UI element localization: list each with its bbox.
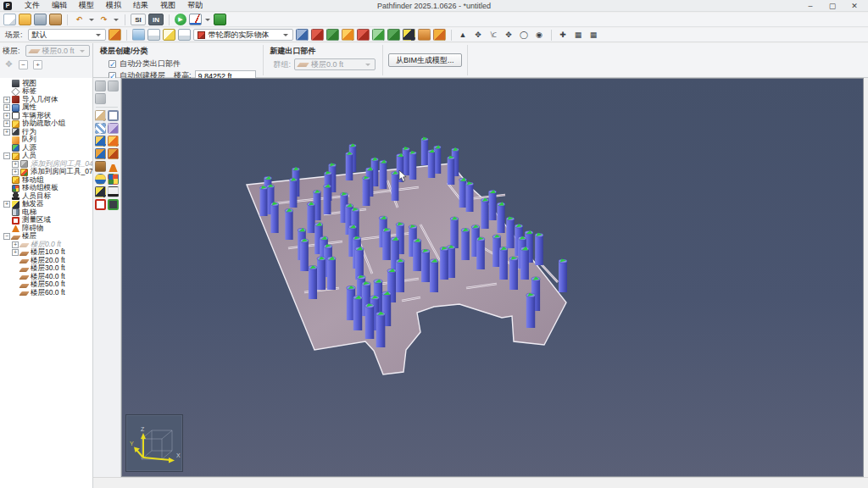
export-image-icon[interactable] bbox=[418, 29, 431, 41]
occupant-cylinder[interactable] bbox=[270, 202, 278, 233]
tree-item[interactable]: 队列 bbox=[0, 136, 92, 145]
texture-icon[interactable] bbox=[342, 29, 354, 41]
undo-icon[interactable]: ↶ bbox=[73, 14, 86, 25]
geometry-tool-icon[interactable] bbox=[95, 161, 106, 172]
occupant-cylinder[interactable] bbox=[481, 198, 488, 229]
occupant-tool-icon[interactable] bbox=[95, 174, 106, 185]
results-viewer-icon[interactable] bbox=[214, 14, 226, 25]
background-image-icon[interactable] bbox=[326, 29, 339, 41]
occupant-cylinder[interactable] bbox=[260, 186, 268, 216]
occupant-cylinder[interactable] bbox=[440, 247, 448, 280]
occupant-cylinder[interactable] bbox=[459, 178, 467, 208]
expander-icon[interactable]: + bbox=[3, 120, 10, 127]
occupant-display-icon[interactable] bbox=[357, 29, 370, 41]
target-tool-icon[interactable] bbox=[108, 186, 119, 197]
occupant-cylinder[interactable] bbox=[461, 228, 470, 260]
chevron-down-icon[interactable] bbox=[89, 19, 94, 21]
expander-icon[interactable]: + bbox=[12, 241, 19, 248]
marker-icon[interactable] bbox=[403, 29, 415, 41]
orbit-tool-icon[interactable] bbox=[95, 93, 106, 104]
capture-icon[interactable] bbox=[387, 29, 400, 41]
pan-view-icon[interactable]: ✥ bbox=[472, 29, 485, 41]
wall-tool-icon[interactable] bbox=[95, 110, 106, 121]
expander-icon[interactable]: + bbox=[12, 161, 19, 168]
expander-icon[interactable]: + bbox=[3, 104, 10, 111]
tree-item[interactable]: +触发器 bbox=[0, 201, 92, 209]
move-tree-icon[interactable]: ✥ bbox=[4, 60, 14, 69]
grid-snap-icon[interactable]: ▦ bbox=[587, 29, 600, 41]
room-tool-icon[interactable] bbox=[108, 110, 119, 121]
tree-item[interactable]: +添加到房间工具_07 bbox=[0, 169, 92, 177]
render-mode-select[interactable]: 带轮廓的实际物体 bbox=[193, 29, 293, 41]
occupant-cylinder[interactable] bbox=[363, 176, 370, 206]
occupant-cylinder[interactable] bbox=[365, 303, 375, 339]
occupant-cylinder[interactable] bbox=[476, 237, 485, 269]
minimize-button[interactable]: – bbox=[805, 2, 815, 10]
occupant-cylinder[interactable] bbox=[535, 233, 543, 265]
occupant-cylinder[interactable] bbox=[430, 259, 438, 292]
occupant-cylinder[interactable] bbox=[520, 247, 529, 280]
expander-icon[interactable]: − bbox=[3, 233, 10, 240]
rotate-tool-icon[interactable] bbox=[108, 80, 119, 92]
occupant-cylinder[interactable] bbox=[488, 190, 496, 220]
select-cursor-icon[interactable]: ▲ bbox=[457, 29, 470, 41]
occupant-cylinder[interactable] bbox=[309, 265, 317, 299]
occupant-cylinder[interactable] bbox=[466, 181, 474, 212]
zoom-box-icon[interactable]: ◉ bbox=[533, 29, 546, 41]
close-button[interactable]: ✕ bbox=[849, 2, 860, 10]
scene-select[interactable]: 默认 bbox=[28, 29, 106, 41]
import-icon[interactable] bbox=[49, 14, 62, 25]
duplicate-view-icon[interactable] bbox=[178, 29, 191, 41]
tree-item[interactable]: 视图 bbox=[0, 80, 92, 88]
move-object-icon[interactable]: ✥ bbox=[503, 29, 515, 41]
occupant-cylinder[interactable] bbox=[559, 259, 567, 292]
paint-tool-icon[interactable] bbox=[311, 29, 324, 41]
maximize-button[interactable]: ▢ bbox=[827, 2, 837, 10]
menu-item-模拟[interactable]: 模拟 bbox=[100, 1, 127, 9]
elevator-tool-icon[interactable] bbox=[95, 148, 106, 159]
tree-item[interactable]: +协助疏散小组 bbox=[0, 120, 92, 129]
menu-item-编辑[interactable]: 编辑 bbox=[46, 1, 73, 9]
occupant-cylinder[interactable] bbox=[450, 217, 458, 248]
menu-item-模型[interactable]: 模型 bbox=[73, 1, 100, 9]
occupant-cylinder[interactable] bbox=[353, 296, 362, 330]
menu-item-文件[interactable]: 文件 bbox=[19, 1, 46, 9]
import-view-icon[interactable] bbox=[433, 29, 446, 41]
occupant-cylinder[interactable] bbox=[506, 217, 514, 248]
open-icon[interactable] bbox=[19, 14, 31, 25]
redo-icon[interactable]: ↷ bbox=[97, 14, 110, 25]
occupant-cylinder[interactable] bbox=[526, 293, 535, 328]
tree-item[interactable]: 测量区域 bbox=[0, 217, 92, 225]
expander-icon[interactable]: + bbox=[3, 129, 10, 136]
occupant-cylinder[interactable] bbox=[392, 171, 399, 201]
chevron-down-icon[interactable] bbox=[114, 19, 119, 21]
auto-classify-checkbox[interactable]: ✓ bbox=[108, 60, 116, 68]
add-person-icon[interactable] bbox=[108, 29, 121, 41]
occupant-cylinder[interactable] bbox=[428, 149, 435, 178]
pan-tool-icon[interactable] bbox=[95, 80, 106, 92]
results-icon[interactable] bbox=[189, 14, 202, 25]
tree-item[interactable]: +行为 bbox=[0, 128, 92, 136]
chevron-down-icon[interactable] bbox=[205, 19, 210, 21]
save-icon[interactable] bbox=[34, 14, 47, 25]
occupant-cylinder[interactable] bbox=[499, 247, 508, 280]
escalator-tool-icon[interactable] bbox=[108, 136, 119, 147]
expander-icon[interactable]: + bbox=[12, 169, 19, 175]
occupant-cylinder[interactable] bbox=[324, 184, 331, 214]
view-options-icon[interactable] bbox=[296, 29, 309, 41]
occupant-cylinder[interactable] bbox=[396, 259, 404, 292]
expand-all-icon[interactable]: + bbox=[33, 60, 42, 69]
tree-item[interactable]: 障碍物 bbox=[0, 225, 92, 233]
occupant-cylinder[interactable] bbox=[285, 208, 292, 240]
occupant-cylinder[interactable] bbox=[346, 152, 353, 180]
expander-icon[interactable]: + bbox=[3, 97, 10, 103]
3d-scene[interactable] bbox=[122, 79, 863, 476]
tree-item[interactable]: 人员目标 bbox=[0, 192, 92, 201]
occupant-cylinder[interactable] bbox=[421, 137, 428, 165]
measure-tool-icon[interactable] bbox=[95, 199, 106, 210]
occupant-cylinder[interactable] bbox=[497, 202, 504, 233]
copy-view-icon[interactable] bbox=[147, 29, 160, 41]
3d-viewport[interactable]: ZYX bbox=[121, 78, 864, 477]
occupant-cylinder[interactable] bbox=[413, 239, 421, 271]
occupant-cylinder[interactable] bbox=[448, 156, 455, 185]
